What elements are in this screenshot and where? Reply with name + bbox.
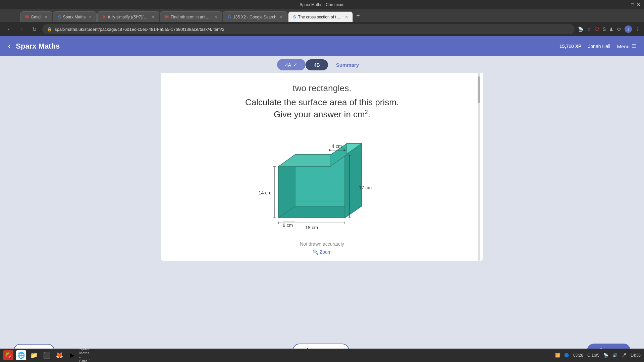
taskbar-time1: 03:28 — [573, 353, 583, 358]
taskbar-app4[interactable]: 🦊 — [54, 350, 64, 360]
zoom-link[interactable]: 🔍 Zoom — [313, 249, 332, 255]
app-logo: Sparx Maths — [16, 42, 60, 51]
address-bar-row: ‹ › ↻ 🔒 sparxmaths.uk/student/package/c8… — [0, 22, 644, 36]
address-box[interactable]: 🔒 sparxmaths.uk/student/package/c876d1ec… — [42, 24, 575, 34]
tab-cross[interactable]: S The cross section of th... ✕ — [288, 11, 353, 22]
close-icon[interactable]: ✕ — [637, 2, 641, 7]
tab-summary[interactable]: Summary — [328, 59, 367, 70]
right-side-face — [345, 143, 362, 218]
taskbar-raspberry[interactable]: 🍓 — [3, 350, 13, 360]
taskbar-app5[interactable]: ▶ — [67, 350, 77, 360]
tab-sparx[interactable]: S Sparx Maths ✕ — [53, 11, 97, 22]
new-tab-button[interactable]: + — [354, 11, 363, 20]
sparx-extension-icon[interactable]: S — [603, 26, 606, 32]
dim-label-6cm: 6 cm — [283, 223, 293, 228]
tab-close-gmail[interactable]: ✕ — [45, 15, 47, 19]
menu-label: Menu — [617, 44, 630, 49]
xp-display: 15,710 XP — [559, 44, 581, 49]
tab-close-gmail2[interactable]: ✕ — [214, 15, 217, 19]
url-text: sparxmaths.uk/student/package/c876d1ec-c… — [55, 27, 224, 32]
dim-label-bottom: 18 cm — [305, 225, 318, 230]
header-right: 15,710 XP Jonah Hall Menu ☰ — [559, 43, 636, 49]
browser-title: Sparx Maths - Chromium — [300, 2, 344, 7]
taskbar-bluetooth-icon: 🔵 — [564, 353, 569, 358]
taskbar-mic-icon: 🎤 — [622, 353, 627, 358]
tab-gmail2[interactable]: M Find nth term in arithm... ✕ — [160, 11, 222, 22]
app-back-button[interactable]: ‹ — [8, 42, 10, 51]
diagram-area: 4 cm 14 cm 6 cm 17 cm 18 cm — [238, 131, 406, 236]
back-nav-button[interactable]: ‹ — [4, 24, 13, 34]
chess-icon[interactable]: ♟ — [609, 26, 613, 32]
tab-4a-label: 4A — [285, 62, 291, 68]
tab-4b-label: 4B — [314, 62, 320, 68]
tab-simplify[interactable]: ✕ fully simplify ((5f^7)/p^... ✕ — [97, 11, 159, 22]
tab-4a[interactable]: 4A ✓ — [277, 59, 306, 70]
reload-button[interactable]: ↻ — [30, 24, 39, 34]
dim-label-top: 4 cm — [332, 143, 342, 149]
tab-4b[interactable]: 4B — [306, 59, 328, 70]
taskbar-network-icon: 📶 — [555, 353, 560, 358]
lock-icon: 🔒 — [47, 27, 52, 32]
browser-toolbar-icons: 📡 ☆ 🛡 S ♟ ⚙ J ⋮ — [578, 25, 640, 33]
taskbar-google-chrome[interactable]: 🌐 — [16, 350, 26, 360]
cut-off-text: two rectangles. — [293, 83, 352, 94]
extension-icon[interactable]: 🛡 — [595, 26, 599, 32]
tab-close-sparx[interactable]: ✕ — [89, 15, 92, 19]
question-card: two rectangles. Calculate the surface ar… — [161, 73, 483, 261]
forward-nav-button[interactable]: › — [17, 24, 26, 34]
tab-gmail[interactable]: M Gmail ✕ — [20, 11, 52, 22]
app-header: ‹ Sparx Maths 15,710 XP Jonah Hall Menu … — [0, 36, 644, 56]
taskbar-time2: G 1:95 — [587, 353, 599, 358]
tab-google[interactable]: G 135 X2 - Google Search ✕ — [223, 11, 287, 22]
dim-label-left: 14 cm — [259, 190, 271, 195]
dim-label-right: 17 cm — [359, 185, 372, 190]
taskbar-wifi-icon: 📡 — [603, 353, 608, 358]
scroll-indicator[interactable] — [478, 73, 480, 261]
taskbar: 🍓 🌐 📁 ⬛ 🦊 ▶ Sparx Maths - Chro... 📶 🔵 03… — [0, 349, 644, 362]
tab-summary-label: Summary — [336, 62, 359, 68]
menu-button[interactable]: Menu ☰ — [617, 43, 636, 49]
taskbar-volume-icon: 🔊 — [612, 353, 618, 358]
task-tab-bar: 4A ✓ 4B Summary — [0, 56, 644, 73]
tab-close-simplify[interactable]: ✕ — [152, 15, 154, 19]
tab-close-google[interactable]: ✕ — [280, 15, 282, 19]
star-icon[interactable]: ☆ — [587, 26, 591, 32]
menu-dots-icon[interactable]: ⋮ — [635, 26, 640, 32]
taskbar-terminal[interactable]: ⬛ — [42, 350, 52, 360]
not-accurate-label: Not drawn accurately — [300, 241, 344, 247]
main-content: two rectangles. Calculate the surface ar… — [0, 73, 644, 339]
prism-diagram: 4 cm 14 cm 6 cm 17 cm 18 cm — [238, 131, 406, 235]
cast-icon[interactable]: 📡 — [578, 26, 584, 32]
unit-text: Give your answer in cm2. — [274, 109, 370, 119]
window-controls[interactable]: ─ □ ✕ — [625, 2, 641, 7]
settings-icon[interactable]: ⚙ — [617, 26, 621, 32]
scroll-thumb[interactable] — [478, 76, 480, 103]
browser-tab-bar: M Gmail ✕ S Sparx Maths ✕ ✕ fully simpli… — [0, 9, 644, 22]
zoom-icon: 🔍 — [313, 249, 318, 255]
taskbar-right: 📶 🔵 03:28 G 1:95 📡 🔊 🎤 14:36 — [555, 353, 641, 358]
title-bar: Sparx Maths - Chromium ─ □ ✕ — [0, 0, 644, 9]
question-main-text: Calculate the surface area of this prism… — [245, 96, 399, 121]
taskbar-sparx-active[interactable]: Sparx Maths - Chro... — [80, 350, 90, 360]
minimize-icon[interactable]: ─ — [625, 2, 629, 7]
taskbar-folder[interactable]: 📁 — [29, 350, 39, 360]
user-name: Jonah Hall — [588, 44, 610, 49]
check-icon: ✓ — [293, 62, 298, 68]
maximize-icon[interactable]: □ — [631, 2, 634, 7]
taskbar-clock: 14:36 — [631, 353, 641, 358]
hamburger-icon: ☰ — [632, 43, 636, 49]
tab-close-cross[interactable]: ✕ — [345, 15, 348, 19]
profile-icon[interactable]: J — [625, 25, 632, 33]
